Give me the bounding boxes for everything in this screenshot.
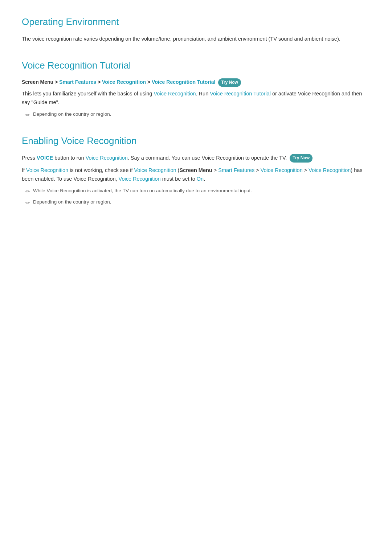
breadcrumb-separator-1: >: [55, 79, 59, 85]
para2-link6[interactable]: Voice Recognition: [119, 176, 161, 182]
enabling-note1: ✏ While Voice Recognition is activated, …: [25, 187, 370, 196]
try-now-badge-tutorial[interactable]: Try Now: [218, 78, 241, 87]
para1-part2: button to run: [53, 155, 85, 161]
pencil-icon-enabling-1: ✏: [25, 188, 30, 196]
operating-environment-section: Operating Environment The voice recognit…: [22, 15, 370, 44]
para2-link1[interactable]: Voice Recognition: [26, 167, 68, 173]
para1-voice-recognition-link[interactable]: Voice Recognition: [86, 155, 128, 161]
breadcrumb-voice-recognition[interactable]: Voice Recognition: [102, 79, 146, 85]
para2-on-label: On: [197, 176, 204, 182]
para2-part8: must be set to: [161, 176, 197, 182]
voice-recognition-tutorial-body: This lets you familiarize yourself with …: [22, 90, 370, 107]
para2-link2[interactable]: Voice Recognition: [134, 167, 176, 173]
tutorial-note: ✏ Depending on the country or region.: [25, 111, 370, 119]
para1-part1: Press: [22, 155, 37, 161]
pencil-icon-tutorial: ✏: [25, 111, 30, 119]
para2-screen-menu: Screen Menu: [179, 167, 212, 173]
tutorial-body-part1: This lets you familiarize yourself with …: [22, 91, 154, 97]
enabling-note2: ✏ Depending on the country or region.: [25, 198, 370, 207]
breadcrumb-screen-menu: Screen Menu: [22, 79, 53, 85]
enabling-note2-text: Depending on the country or region.: [33, 198, 111, 206]
voice-recognition-tutorial-title: Voice Recognition Tutorial: [22, 58, 370, 73]
breadcrumb-separator-3: >: [147, 79, 152, 85]
enabling-voice-recognition-title: Enabling Voice Recognition: [22, 134, 370, 149]
tutorial-link-voice-recognition-tutorial[interactable]: Voice Recognition Tutorial: [210, 91, 271, 97]
para2-part5: >: [254, 167, 261, 173]
pencil-icon-enabling-2: ✏: [25, 199, 30, 207]
breadcrumb-separator-2: >: [98, 79, 102, 85]
breadcrumb: Screen Menu > Smart Features > Voice Rec…: [22, 78, 370, 87]
para2-part9: .: [204, 176, 205, 182]
operating-environment-title: Operating Environment: [22, 15, 370, 30]
enabling-note1-text: While Voice Recognition is activated, th…: [33, 187, 252, 194]
breadcrumb-voice-recognition-tutorial[interactable]: Voice Recognition Tutorial: [152, 79, 215, 85]
para2-link4[interactable]: Voice Recognition: [261, 167, 303, 173]
breadcrumb-smart-features[interactable]: Smart Features: [59, 79, 96, 85]
tutorial-link-voice-recognition[interactable]: Voice Recognition: [154, 91, 196, 97]
para2-link5[interactable]: Voice Recognition: [309, 167, 351, 173]
para1-voice-label: VOICE: [37, 155, 53, 161]
tutorial-note-text: Depending on the country or region.: [33, 111, 111, 118]
enabling-para2: If Voice Recognition is not working, che…: [22, 166, 370, 184]
para1-part3: . Say a command. You can use Voice Recog…: [128, 155, 287, 161]
enabling-para1: Press VOICE button to run Voice Recognit…: [22, 154, 370, 163]
para2-part1: If: [22, 167, 26, 173]
para2-smart-features-link[interactable]: Smart Features: [218, 167, 254, 173]
operating-environment-body: The voice recognition rate varies depend…: [22, 35, 370, 44]
try-now-badge-enabling[interactable]: Try Now: [290, 154, 313, 163]
tutorial-body-part2: . Run: [196, 91, 210, 97]
voice-recognition-tutorial-section: Voice Recognition Tutorial Screen Menu >…: [22, 58, 370, 119]
para2-part6: >: [303, 167, 309, 173]
enabling-voice-recognition-section: Enabling Voice Recognition Press VOICE b…: [22, 134, 370, 207]
para2-part4: >: [212, 167, 219, 173]
para2-part2: is not working, check see if: [68, 167, 134, 173]
